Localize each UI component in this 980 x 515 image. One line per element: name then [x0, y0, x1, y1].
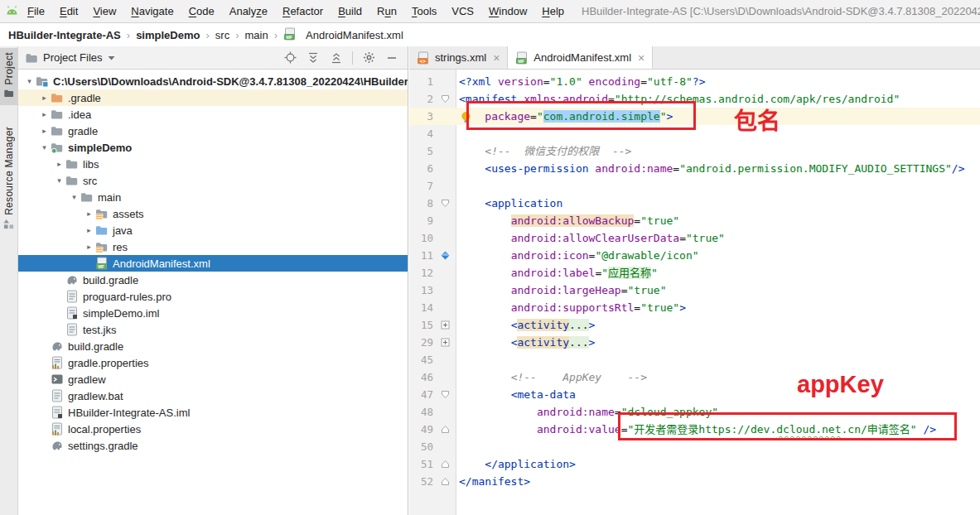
code-line-14[interactable]: 14 android:supportsRtl="true"> — [409, 299, 980, 316]
code-line-6[interactable]: 6 <uses-permission android:name="android… — [409, 160, 980, 177]
menu-item-refactor[interactable]: Refactor — [275, 5, 331, 17]
menu-item-view[interactable]: View — [85, 5, 123, 17]
code-line-15[interactable]: 15 <activity...> — [409, 316, 980, 334]
hide-panel-icon[interactable] — [383, 49, 401, 67]
code-line-46[interactable]: 46 <!-- AppKey --> — [409, 368, 980, 386]
code-line-47[interactable]: 47 <meta-data — [409, 386, 980, 403]
tree-item-src[interactable]: ▾src — [18, 172, 408, 189]
breadcrumb-item[interactable]: src — [215, 29, 229, 41]
chevron-right-icon[interactable]: ▸ — [83, 243, 95, 251]
tree-item-gradlew[interactable]: gradlew — [18, 371, 408, 387]
tree-item-gradle[interactable]: ▸gradle — [18, 123, 408, 139]
chevron-down-icon[interactable]: ▾ — [68, 193, 80, 201]
view-selector[interactable]: Project Files — [43, 51, 103, 64]
tree-item-assets[interactable]: ▸assets — [18, 205, 408, 222]
tree-item-hbuilder-integrate-as.iml[interactable]: HBuilder-Integrate-AS.iml — [18, 404, 408, 421]
menu-item-vcs[interactable]: VCS — [444, 5, 481, 17]
tree-item-.idea[interactable]: ▸.idea — [18, 106, 408, 123]
tree-item-libs[interactable]: ▸libs — [18, 156, 408, 172]
editor-tab-strings.xml[interactable]: <>strings.xml× — [409, 46, 508, 69]
tree-item-gradle.properties[interactable]: gradle.properties — [18, 354, 408, 371]
tree-item-.gradle[interactable]: ▸.gradle — [18, 89, 408, 106]
chevron-down-icon[interactable]: ▾ — [38, 143, 51, 152]
menu-item-navigate[interactable]: Navigate — [123, 5, 181, 17]
menu-item-edit[interactable]: Edit — [52, 5, 85, 17]
fold-marker-icon[interactable] — [437, 316, 453, 334]
code-line-5[interactable]: 5 <!-- 微信支付的权限 --> — [409, 142, 980, 160]
collapse-all-icon[interactable] — [327, 49, 345, 67]
fold-marker-icon[interactable] — [437, 421, 453, 438]
tree-item-java[interactable]: ▸java — [18, 222, 408, 238]
tree-item-c-users-d-downloads-android-sdk-3.4.7.81[interactable]: ▾C:\Users\D\Downloads\Android-SDK@3.4.7.… — [18, 73, 408, 89]
chevron-right-icon[interactable]: ▸ — [38, 110, 51, 118]
close-tab-icon[interactable]: × — [493, 52, 500, 64]
tree-item-androidmanifest.xml[interactable]: MFAndroidManifest.xml — [18, 255, 408, 272]
chevron-down-icon[interactable]: ▾ — [23, 77, 36, 85]
locate-icon[interactable] — [281, 49, 299, 67]
code-line-50[interactable]: 50 — [409, 438, 980, 455]
fold-marker-icon[interactable] — [437, 195, 453, 212]
tree-item-build.gradle[interactable]: build.gradle — [18, 272, 408, 288]
code-line-45[interactable]: 45 — [409, 351, 980, 368]
tree-item-local.properties[interactable]: local.properties — [18, 421, 408, 437]
editor-tab-androidmanifest.xml[interactable]: MFAndroidManifest.xml× — [508, 46, 653, 69]
code-line-11[interactable]: 11 android:icon="@drawable/icon" — [409, 247, 980, 264]
code-line-13[interactable]: 13 android:largeHeap="true" — [409, 282, 980, 299]
chevron-right-icon[interactable]: ▸ — [83, 226, 95, 234]
code-line-12[interactable]: 12 android:label="应用名称" — [409, 264, 980, 282]
tree-item-main[interactable]: ▾main — [18, 189, 408, 205]
code-line-48[interactable]: 48 android:name="dcloud_appkey" — [409, 403, 980, 421]
code-line-4[interactable]: 4 — [409, 125, 980, 142]
close-tab-icon[interactable]: × — [638, 52, 644, 64]
code-line-3[interactable]: 3 package="com.android.simple"> — [409, 108, 980, 125]
tree-item-proguard-rules.pro[interactable]: proguard-rules.pro — [18, 288, 408, 305]
code-line-52[interactable]: 52</manifest> — [409, 473, 980, 490]
menu-item-code[interactable]: Code — [181, 5, 222, 17]
tree-item-simpledemo[interactable]: ▾simpleDemo — [18, 139, 408, 156]
code-line-8[interactable]: 8 <application — [409, 195, 980, 212]
breadcrumb-item[interactable]: main — [244, 29, 268, 41]
drawable-preview-icon[interactable] — [437, 247, 453, 264]
fold-marker-icon[interactable] — [437, 386, 453, 403]
code-line-10[interactable]: 10 android:allowClearUserData="true" — [409, 229, 980, 247]
menu-item-file[interactable]: File — [20, 5, 52, 17]
tree-item-test.jks[interactable]: test.jks — [18, 321, 408, 338]
code-line-1[interactable]: 1<?xml version="1.0" encoding="utf-8"?> — [409, 73, 980, 90]
fold-marker-icon[interactable] — [437, 90, 453, 108]
tree-item-settings.gradle[interactable]: settings.gradle — [18, 437, 408, 454]
menu-item-help[interactable]: Help — [534, 5, 572, 17]
breadcrumb-item[interactable]: HBuilder-Integrate-AS — [8, 29, 121, 41]
fold-marker-icon[interactable] — [437, 473, 453, 490]
menu-item-build[interactable]: Build — [331, 5, 369, 17]
breadcrumb-item[interactable]: AndroidManifest.xml — [306, 29, 403, 41]
code-line-7[interactable]: 7 — [409, 177, 980, 195]
expand-all-icon[interactable] — [304, 49, 322, 67]
tree-item-res[interactable]: ▸res — [18, 238, 408, 255]
code-line-29[interactable]: 29 <activity...> — [409, 334, 980, 351]
code-line-9[interactable]: 9 android:allowBackup="true" — [409, 212, 980, 229]
stripe-tab-resource-manager[interactable]: Resource Manager — [0, 123, 17, 236]
chevron-right-icon[interactable]: ▸ — [53, 160, 65, 168]
code-line-49[interactable]: 49 android:value="开发者需登录https://dev.dclo… — [409, 421, 980, 438]
fold-marker-icon[interactable] — [437, 455, 453, 473]
chevron-right-icon[interactable]: ▸ — [38, 127, 51, 135]
code-line-51[interactable]: 51 </application> — [409, 455, 980, 473]
menu-item-analyze[interactable]: Analyze — [222, 5, 275, 17]
stripe-tab-project[interactable]: Project — [0, 48, 17, 105]
tree-item-build.gradle[interactable]: build.gradle — [18, 338, 408, 354]
tree-item-simpledemo.iml[interactable]: simpleDemo.iml — [18, 305, 408, 321]
code-line-2[interactable]: 2<manifest xmlns:android="http://schemas… — [409, 90, 980, 108]
chevron-down-icon[interactable]: ▾ — [53, 176, 65, 185]
breadcrumb-item[interactable]: simpleDemo — [136, 29, 200, 41]
menu-item-window[interactable]: Window — [481, 5, 534, 17]
chevron-right-icon[interactable]: ▸ — [38, 94, 51, 102]
menu-item-tools[interactable]: Tools — [404, 5, 444, 17]
chevron-right-icon[interactable]: ▸ — [83, 209, 95, 218]
fold-marker-icon[interactable] — [437, 334, 453, 351]
code-editor[interactable]: 1<?xml version="1.0" encoding="utf-8"?>2… — [409, 70, 980, 515]
tree-item-gradlew.bat[interactable]: gradlew.bat — [18, 387, 408, 404]
menu-item-run[interactable]: Run — [369, 5, 404, 17]
svg-text:MF: MF — [98, 264, 105, 269]
settings-gear-icon[interactable] — [360, 49, 378, 67]
chevron-down-icon[interactable] — [108, 55, 115, 60]
